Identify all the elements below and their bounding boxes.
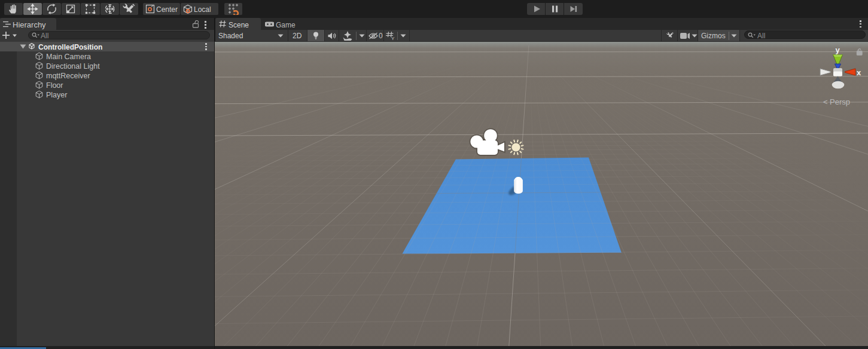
svg-text:y: y (836, 45, 840, 54)
svg-text:x: x (857, 68, 861, 77)
svg-text:<: < (823, 97, 828, 106)
svg-text:Persp: Persp (830, 97, 850, 106)
svg-text:Y: Y (391, 36, 395, 41)
